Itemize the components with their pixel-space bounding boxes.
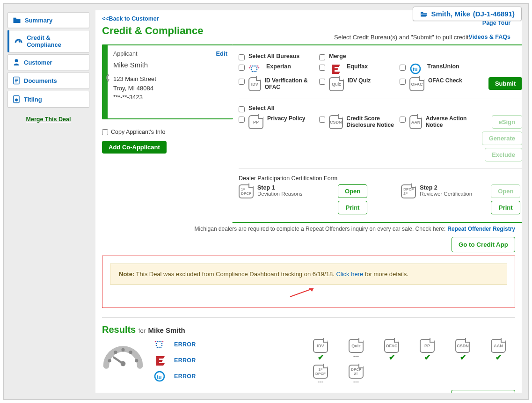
csdn-checkbox[interactable]: CSDN Credit Score Disclosure Notice bbox=[319, 115, 394, 129]
transunion-icon: tu bbox=[409, 63, 423, 74]
print-documents-button[interactable]: Print Documents bbox=[451, 390, 515, 393]
dpcf2-print-button[interactable]: Print bbox=[491, 201, 520, 214]
svg-point-11 bbox=[254, 71, 255, 73]
customer-name: Smith, Mike bbox=[431, 10, 470, 18]
svg-point-2 bbox=[15, 99, 18, 101]
equifax-icon bbox=[329, 63, 343, 74]
transunion-checkbox[interactable]: tu TransUnion bbox=[400, 63, 474, 74]
svg-point-27 bbox=[160, 341, 162, 343]
dpcf2-open-button[interactable]: Open bbox=[491, 184, 520, 198]
svg-point-24 bbox=[135, 359, 138, 362]
aan-status-icon: AAN bbox=[491, 339, 506, 353]
svg-point-32 bbox=[157, 347, 158, 348]
gauge-icon bbox=[14, 37, 23, 45]
go-to-credit-app-button[interactable]: Go to Credit App bbox=[452, 237, 515, 252]
quiz-status-icon: Quiz bbox=[349, 339, 364, 353]
main-content: <<Back to Customer Page Tour Videos & FA… bbox=[95, 10, 522, 393]
csdn-label: Credit Score Disclosure Notice bbox=[347, 115, 394, 129]
svg-text:tu: tu bbox=[157, 374, 161, 380]
dpcf-step1-sub: Deviation Reasons bbox=[257, 191, 303, 197]
folder-icon bbox=[13, 16, 21, 24]
nav-credit-label: Credit & Compliance bbox=[27, 34, 84, 48]
privacy-policy-icon: PP bbox=[248, 115, 263, 129]
dpcf-step2-label: Step 2 bbox=[420, 184, 472, 191]
svg-point-21 bbox=[114, 351, 117, 354]
idv-status-icon: IDV bbox=[313, 339, 328, 353]
svg-text:tu: tu bbox=[413, 66, 417, 72]
folder-open-icon bbox=[420, 11, 428, 17]
dpcf1-print-button[interactable]: Print bbox=[338, 201, 367, 214]
svg-point-5 bbox=[255, 66, 257, 67]
equifax-error: ERROR bbox=[174, 357, 196, 364]
person-icon bbox=[13, 59, 20, 66]
svg-point-16 bbox=[249, 67, 250, 69]
nav-documents[interactable]: Documents bbox=[7, 72, 89, 89]
applicant-address-line2: Troy, MI 48084 bbox=[113, 84, 227, 93]
document-icon bbox=[13, 76, 20, 85]
videos-faqs-link[interactable]: Videos & FAQs bbox=[469, 34, 510, 40]
sidebar: Summary Credit & Compliance Customer Doc… bbox=[7, 12, 89, 123]
select-all-docs[interactable]: Select All bbox=[239, 105, 313, 112]
applicant-address-line1: 123 Main Street bbox=[113, 74, 227, 84]
merge-deal-link[interactable]: Merge This Deal bbox=[7, 116, 89, 123]
privacy-policy-label: Privacy Policy bbox=[267, 115, 305, 122]
svg-point-29 bbox=[161, 343, 163, 344]
quiz-icon: Quiz bbox=[329, 77, 344, 91]
add-co-applicant-button[interactable]: Add Co-Applicant bbox=[102, 141, 167, 154]
experian-checkbox[interactable]: Experian bbox=[239, 63, 313, 74]
drag-handle-icon[interactable]: ▲≡▼ bbox=[106, 73, 110, 82]
dpcf1-status-icon: 1≡DPCF bbox=[313, 365, 328, 379]
svg-point-7 bbox=[256, 67, 258, 69]
note-body: This Deal was excluded from Compliance D… bbox=[134, 271, 336, 278]
select-all-docs-label: Select All bbox=[248, 105, 275, 112]
nav-summary[interactable]: Summary bbox=[7, 12, 89, 28]
merge-label: Merge bbox=[329, 53, 346, 60]
equifax-label: Equifax bbox=[347, 63, 368, 70]
idv-quiz-checkbox[interactable]: Quiz IDV Quiz bbox=[319, 77, 394, 91]
merge-checkbox[interactable]: Merge bbox=[319, 53, 394, 60]
svg-point-19 bbox=[121, 361, 126, 366]
equifax-checkbox[interactable]: Equifax bbox=[319, 63, 394, 74]
submit-button[interactable]: Submit bbox=[488, 77, 522, 90]
nav-titling-label: Titling bbox=[24, 96, 42, 103]
svg-point-3 bbox=[252, 66, 253, 67]
copy-applicant-checkbox[interactable] bbox=[102, 129, 108, 135]
aan-label: Adverse Action Notice bbox=[426, 115, 474, 129]
note-link[interactable]: Click here bbox=[336, 271, 363, 278]
nav-customer[interactable]: Customer bbox=[7, 54, 89, 70]
aan-checkbox[interactable]: AAN Adverse Action Notice bbox=[400, 115, 474, 129]
transunion-label: TransUnion bbox=[427, 63, 459, 70]
deal-id: (DJ-1-46891) bbox=[473, 10, 515, 18]
svg-point-6 bbox=[251, 67, 252, 69]
ofac-label: OFAC Check bbox=[428, 77, 462, 84]
titling-icon bbox=[13, 95, 20, 103]
edit-applicant-link[interactable]: Edit bbox=[216, 50, 227, 57]
svg-point-13 bbox=[257, 66, 259, 67]
experian-label: Experian bbox=[266, 63, 291, 70]
dpcf1-icon: 1≡DPCF bbox=[239, 184, 254, 198]
select-all-bureaus-label: Select All Bureaus bbox=[248, 53, 299, 60]
repeat-offender-link[interactable]: Repeat Offender Registry bbox=[447, 226, 515, 232]
svg-point-33 bbox=[159, 347, 160, 348]
csdn-status: ✔ bbox=[446, 353, 480, 362]
customer-badge[interactable]: Smith, Mike (DJ-1-46891) bbox=[413, 7, 522, 21]
privacy-policy-checkbox[interactable]: PP Privacy Policy bbox=[239, 115, 313, 129]
dpcf1-open-button[interactable]: Open bbox=[338, 184, 367, 198]
idv-icon: IDV bbox=[248, 77, 261, 91]
experian-result: ERROR bbox=[153, 339, 196, 350]
nav-customer-label: Customer bbox=[24, 59, 52, 66]
ofac-checkbox[interactable]: OFAC OFAC Check bbox=[400, 77, 474, 91]
esign-button[interactable]: eSign bbox=[492, 115, 522, 129]
nav-credit-compliance[interactable]: Credit & Compliance bbox=[7, 30, 89, 52]
generate-button[interactable]: Generate bbox=[482, 132, 522, 145]
nav-titling[interactable]: Titling bbox=[7, 91, 89, 108]
exclude-button[interactable]: Exclude bbox=[485, 148, 522, 161]
experian-icon bbox=[248, 63, 262, 74]
back-to-customer-link[interactable]: <<Back to Customer bbox=[102, 15, 159, 22]
nav-documents-label: Documents bbox=[24, 77, 57, 84]
instruction-text: Select Credit Bureau(s) and "Submit" to … bbox=[334, 34, 470, 41]
idv-checkbox[interactable]: IDV ID Verification & OFAC bbox=[239, 77, 313, 91]
svg-point-14 bbox=[258, 67, 260, 69]
select-all-bureaus[interactable]: Select All Bureaus bbox=[239, 53, 313, 60]
idv-label: ID Verification & OFAC bbox=[265, 77, 313, 91]
